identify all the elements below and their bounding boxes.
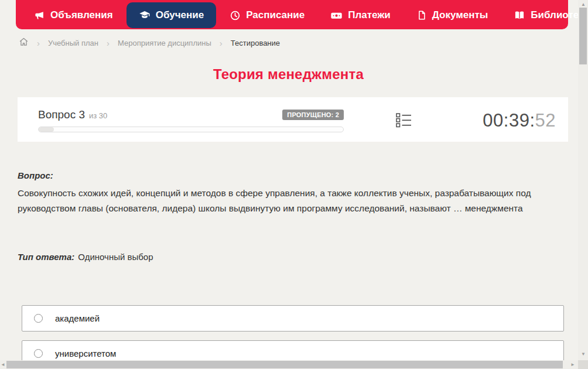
document-icon	[416, 10, 427, 20]
megaphone-icon	[34, 10, 45, 21]
nav-item-label: Объявления	[50, 9, 113, 21]
scroll-up-arrow-icon[interactable]: ▲	[581, 2, 586, 7]
breadcrumb-testing: Тестирование	[231, 39, 280, 47]
breadcrumb-discipline-event[interactable]: Мероприятие дисциплины	[118, 39, 211, 47]
timer: 00:39:52	[483, 110, 556, 131]
answer-type-row: Тип ответа:Одиночный выбор	[18, 252, 153, 262]
book-icon	[514, 9, 525, 21]
vertical-scrollbar[interactable]: ▲	[578, 0, 588, 360]
answer-option-label: университетом	[55, 348, 116, 358]
question-progress-area: Вопрос 3 из 30 ПРОПУЩЕНО: 2	[38, 108, 344, 132]
breadcrumb-separator-icon: ›	[37, 39, 40, 47]
home-icon[interactable]	[19, 37, 29, 49]
nav-item-announcements[interactable]: Объявления	[22, 2, 125, 28]
nav-item-documents[interactable]: Документы	[404, 2, 501, 28]
nav-item-label: Платежи	[348, 9, 391, 21]
top-navigation: Объявления Обучение Расписание Платежи Д…	[16, 0, 568, 29]
vertical-scrollbar-thumb[interactable]	[579, 8, 587, 64]
answer-type-label: Тип ответа:	[18, 252, 74, 262]
question-block: Вопрос: Совокупность схожих идей, концеп…	[18, 170, 571, 216]
scrollbar-corner	[578, 360, 588, 369]
timer-seconds: 52	[535, 110, 556, 131]
timer-main: 00:39:	[483, 110, 535, 131]
horizontal-scrollbar[interactable]: ◄ ►	[0, 360, 578, 369]
nav-item-payments[interactable]: Платежи	[318, 2, 403, 28]
scroll-down-arrow-icon[interactable]: ▼	[581, 352, 586, 357]
page-title: Теория менеджмента	[0, 66, 577, 83]
nav-item-label: Обучение	[156, 9, 204, 21]
progress-bar	[38, 127, 344, 132]
scroll-right-arrow-icon[interactable]: ►	[570, 363, 575, 367]
scroll-left-arrow-icon[interactable]: ◄	[1, 363, 5, 367]
nav-item-schedule[interactable]: Расписание	[217, 2, 317, 28]
question-total: из 30	[89, 111, 107, 120]
question-list-icon	[395, 111, 412, 129]
radio-button[interactable]	[34, 349, 43, 358]
nav-item-learning[interactable]: Обучение	[127, 2, 216, 28]
breadcrumb-curriculum[interactable]: Учебный план	[48, 39, 98, 47]
banknote-icon	[330, 9, 343, 22]
progress-bar-fill	[39, 127, 54, 132]
graduation-cap-icon	[139, 9, 151, 21]
answer-type-value: Одиночный выбор	[78, 252, 153, 262]
breadcrumb-separator-icon: ›	[220, 39, 223, 47]
quiz-header-panel: Вопрос 3 из 30 ПРОПУЩЕНО: 2 00:39:52	[18, 97, 568, 142]
radio-button[interactable]	[34, 314, 43, 323]
answer-option-1[interactable]: академией	[22, 305, 564, 332]
question-number: Вопрос 3	[38, 108, 85, 121]
question-text: Совокупность схожих идей, концепций и ме…	[18, 186, 571, 216]
answer-option-label: академией	[55, 313, 100, 323]
question-label: Вопрос:	[18, 170, 571, 180]
question-list-button[interactable]	[395, 111, 412, 129]
nav-item-label: Документы	[432, 9, 488, 21]
breadcrumb: › Учебный план › Мероприятие дисциплины …	[19, 36, 280, 49]
clock-icon	[230, 10, 241, 21]
horizontal-scrollbar-thumb[interactable]	[6, 361, 563, 368]
breadcrumb-separator-icon: ›	[107, 39, 110, 47]
answer-options: академией университетом	[22, 305, 564, 369]
nav-item-library[interactable]: Библиотека	[501, 2, 588, 28]
skipped-badge: ПРОПУЩЕНО: 2	[282, 110, 344, 120]
nav-item-label: Расписание	[246, 9, 305, 21]
